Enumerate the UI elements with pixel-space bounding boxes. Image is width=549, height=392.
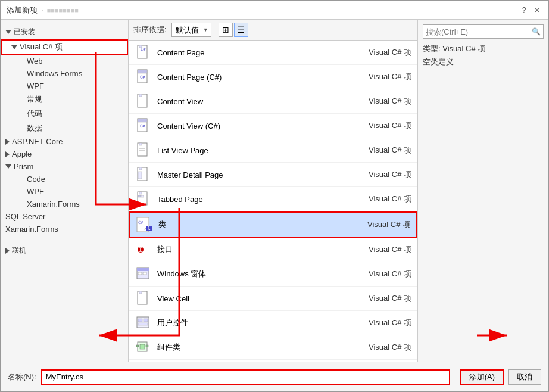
list-item[interactable]: 接口 Visual C# 项 — [129, 238, 417, 262]
tree-item-windows-forms[interactable]: Windows Forms — [1, 67, 128, 80]
list-item[interactable]: Tabbed Page Visual C# 项 — [129, 187, 417, 211]
item-name-form: Windows 窗体 — [157, 269, 346, 279]
svg-rect-40 — [138, 323, 148, 325]
sort-label: 排序依据: — [133, 24, 167, 35]
item-name-master-detail: Master Detail Page — [157, 170, 346, 179]
item-type-content-view-cs: Visual C# 项 — [352, 120, 411, 131]
help-button[interactable]: ? — [519, 5, 529, 15]
tree-item-prism[interactable]: Prism — [1, 160, 128, 173]
list-item[interactable]: Master Detail Page Visual C# 项 — [129, 163, 417, 187]
svg-rect-7 — [139, 94, 142, 97]
installed-section[interactable]: 已安装 — [1, 24, 128, 39]
item-icon-component — [135, 339, 151, 356]
tree-item-daima[interactable]: 代码 — [1, 107, 128, 121]
add-button[interactable]: 添加(A) — [460, 369, 504, 385]
item-icon-content-page: C# — [135, 44, 151, 61]
dialog-title: 添加新项 — [7, 5, 38, 15]
item-icon-user-ctrl — [135, 315, 151, 331]
list-item-class[interactable]: C# C 类 Visual C# 项 — [129, 211, 417, 238]
view-buttons: ⊞ ☰ — [219, 23, 248, 37]
tree-item-web[interactable]: Web — [1, 55, 128, 67]
tree-item-prism-xamarin[interactable]: Xamarin.Forms — [1, 198, 128, 210]
right-panel: 🔍 类型: Visual C# 项 空类定义 — [417, 20, 548, 362]
svg-rect-17 — [138, 172, 142, 179]
svg-rect-42 — [140, 344, 145, 349]
view-grid-button[interactable]: ⊞ — [219, 23, 233, 37]
sort-select[interactable]: 默认值 名称 类型 — [171, 23, 211, 37]
prism-label: Prism — [14, 162, 33, 171]
svg-rect-35 — [138, 291, 147, 304]
svg-rect-44 — [146, 345, 148, 347]
middle-panel: 排序依据: 默认值 名称 类型 ⊞ ☰ — [129, 20, 417, 362]
item-name-class: 类 — [158, 219, 345, 230]
toolbar-row: 排序依据: 默认值 名称 类型 ⊞ ☰ — [129, 20, 417, 41]
item-name-content-view: Content View — [157, 97, 346, 106]
installed-expand-icon — [5, 30, 11, 34]
item-type-component: Visual C# 项 — [352, 342, 411, 353]
tree-item-aspnet[interactable]: ASP.NET Core — [1, 135, 128, 148]
dialog-body: 已安装 Visual C# 项 Web Windows Forms WPF 常规… — [1, 20, 548, 362]
aspnet-label: ASP.NET Core — [12, 137, 63, 146]
view-list-button[interactable]: ☰ — [234, 23, 248, 37]
list-item[interactable]: C# Content Page (C#) Visual C# 项 — [129, 65, 417, 89]
item-icon-class: C# C — [136, 216, 152, 233]
visual-cs-expand-icon — [11, 45, 17, 49]
item-icon-tabbed-page — [135, 191, 151, 207]
prism-wpf-label: WPF — [27, 187, 44, 196]
search-box[interactable]: 🔍 — [423, 24, 544, 39]
list-item[interactable]: C# Content Page Visual C# 项 — [129, 41, 417, 65]
online-section[interactable]: 联机 — [1, 243, 128, 258]
list-item[interactable]: C# Content View (C#) Visual C# 项 — [129, 114, 417, 138]
tree-item-sql-server[interactable]: SQL Server — [1, 210, 128, 223]
tree-item-prism-wpf[interactable]: WPF — [1, 185, 128, 198]
tree-item-wpf[interactable]: WPF — [1, 80, 128, 92]
svg-rect-21 — [141, 195, 144, 197]
xamarin-forms-label: Xamarin.Forms — [5, 225, 58, 234]
prism-expand-icon — [5, 164, 11, 169]
item-name-list-view: List View Page — [157, 146, 346, 155]
windows-forms-label: Windows Forms — [27, 69, 82, 78]
item-name-user-ctrl: 用户控件 — [157, 318, 346, 328]
item-type-list-view: Visual C# 项 — [352, 145, 411, 155]
web-label: Web — [27, 57, 43, 66]
list-item[interactable]: View Cell Visual C# 项 — [129, 287, 417, 311]
svg-rect-32 — [137, 268, 149, 271]
item-name-tabbed-page: Tabbed Page — [157, 195, 346, 204]
sort-select-wrap[interactable]: 默认值 名称 类型 — [171, 23, 211, 37]
list-item[interactable]: List View Page Visual C# 项 — [129, 138, 417, 163]
svg-text:C#: C# — [140, 75, 145, 80]
list-item[interactable]: Windows 窗体 Visual C# 项 — [129, 262, 417, 287]
installed-label: 已安装 — [14, 27, 35, 37]
items-list: C# Content Page Visual C# 项 C# — [129, 41, 417, 362]
search-input[interactable] — [426, 27, 529, 36]
tree-item-prism-code[interactable]: Code — [1, 173, 128, 185]
list-item[interactable]: 组件类 Visual C# 项 — [129, 335, 417, 360]
tree-item-changgui[interactable]: 常规 — [1, 92, 128, 107]
tree-item-visual-cs[interactable]: Visual C# 项 — [1, 39, 128, 55]
svg-rect-37 — [137, 317, 149, 328]
name-input[interactable] — [41, 369, 450, 385]
title-bar-left: 添加新项 · ■■■■■■■■ — [7, 5, 79, 15]
item-name-content-view-cs: Content View (C#) — [157, 122, 346, 130]
name-label: 名称(N): — [8, 372, 36, 382]
bottom-buttons: 添加(A) 取消 — [460, 369, 541, 385]
tree-item-apple[interactable]: Apple — [1, 148, 128, 160]
item-name-component: 组件类 — [157, 342, 346, 353]
svg-rect-12 — [139, 143, 142, 145]
prism-code-label: Code — [27, 175, 45, 183]
svg-rect-38 — [138, 319, 142, 322]
item-icon-master-detail — [135, 166, 151, 183]
svg-rect-9 — [138, 119, 147, 122]
item-type-master-detail: Visual C# 项 — [352, 169, 411, 180]
list-item[interactable]: 用户控件 Visual C# 项 — [129, 311, 417, 335]
cancel-button[interactable]: 取消 — [508, 369, 541, 385]
prism-xamarin-label: Xamarin.Forms — [27, 200, 80, 209]
tree-item-shuju[interactable]: 数据 — [1, 121, 128, 135]
close-button[interactable]: ✕ — [532, 5, 542, 15]
visual-cs-label: Visual C# 项 — [20, 42, 63, 52]
apple-label: Apple — [12, 150, 32, 158]
svg-text:C#: C# — [141, 47, 146, 52]
list-item[interactable]: Content View Visual C# 项 — [129, 89, 417, 114]
left-panel: 已安装 Visual C# 项 Web Windows Forms WPF 常规… — [1, 20, 129, 362]
tree-item-xamarin-forms[interactable]: Xamarin.Forms — [1, 223, 128, 235]
